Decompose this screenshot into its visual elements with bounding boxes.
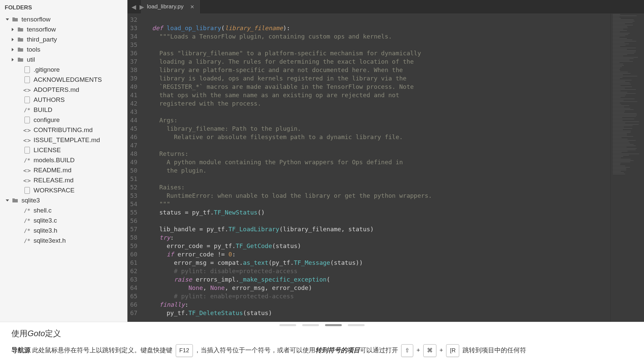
folder-third-party[interactable]: third_party xyxy=(0,35,127,45)
file-icon xyxy=(23,96,31,104)
item-label: util xyxy=(27,56,35,63)
folder-icon xyxy=(17,56,24,63)
folder-tensorflow[interactable]: tensorflow xyxy=(0,14,127,24)
tab-load-library[interactable]: load_library.py × xyxy=(141,0,201,14)
file-workspace[interactable]: WORKSPACE xyxy=(0,185,127,195)
item-label: sqlite3.h xyxy=(34,227,57,234)
key-f12: F12 xyxy=(176,344,193,357)
chevron-down-icon[interactable] xyxy=(5,198,10,203)
file-icon xyxy=(23,76,31,83)
item-label: AUTHORS xyxy=(34,96,65,104)
item-label: ISSUE_TEMPLATE.md xyxy=(34,136,100,144)
close-icon[interactable]: × xyxy=(190,3,194,11)
item-label: LICENSE xyxy=(34,146,61,154)
file-configure[interactable]: configure xyxy=(0,115,127,125)
file-issue-template-md[interactable]: <>ISSUE_TEMPLATE.md xyxy=(0,135,127,145)
tab-bar: load_library.py × xyxy=(127,0,644,13)
bottom-panel: 使用Goto定义 导航源 此处鼠标悬停在符号上以跳转到定义。键盘快捷键 F12，… xyxy=(0,322,644,362)
folder-icon xyxy=(17,26,24,33)
page-indicator xyxy=(279,321,365,326)
file-icon xyxy=(23,187,31,194)
item-label: shell.c xyxy=(34,207,52,214)
item-label: tensorflow xyxy=(21,16,51,23)
folder-icon xyxy=(17,46,24,53)
editor-area: ◀ ▶ load_library.py × 323334353637383940… xyxy=(127,0,644,322)
file-shell-c[interactable]: /*shell.c xyxy=(0,205,127,216)
item-label: third_party xyxy=(27,36,57,43)
folder-icon xyxy=(17,36,24,43)
file-acknowledgments[interactable]: ACKNOWLEDGMENTS xyxy=(0,75,127,85)
folder-sqlite3[interactable]: sqlite3 xyxy=(0,195,127,205)
item-label: tensorflow xyxy=(27,26,56,33)
chevron-right-icon[interactable] xyxy=(10,57,15,62)
help-title: 使用Goto定义 xyxy=(11,328,633,339)
code-icon: /* xyxy=(23,207,31,214)
file-sqlite3-c[interactable]: /*sqlite3.c xyxy=(0,216,127,226)
markdown-icon: <> xyxy=(23,177,31,184)
code-icon: /* xyxy=(23,227,31,234)
code-icon: /* xyxy=(23,106,31,114)
item-label: sqlite3ext.h xyxy=(34,237,66,244)
chevron-right-icon[interactable] xyxy=(10,27,15,32)
markdown-icon: <> xyxy=(23,86,31,94)
minimap[interactable] xyxy=(610,13,644,322)
item-label: sqlite3 xyxy=(21,197,40,204)
code-editor[interactable]: def load_op_library(library_filename): "… xyxy=(142,13,610,322)
markdown-icon: <> xyxy=(23,126,31,134)
code-icon: /* xyxy=(23,217,31,224)
item-label: .gitignore xyxy=(34,66,60,73)
folder-icon xyxy=(11,197,19,204)
tab-label: load_library.py xyxy=(147,3,183,10)
nav-back-icon[interactable]: ◀ xyxy=(130,3,138,11)
item-label: sqlite3.c xyxy=(34,217,57,224)
folder-tools[interactable]: tools xyxy=(0,45,127,55)
code-icon: /* xyxy=(23,237,31,244)
file-license[interactable]: LICENSE xyxy=(0,145,127,155)
folder-icon xyxy=(11,16,19,23)
item-label: BUILD xyxy=(34,106,52,114)
markdown-icon: <> xyxy=(23,167,31,174)
key-cmd: ⌘ xyxy=(423,344,436,357)
line-gutter: 3233343536373839404142434445464748495051… xyxy=(127,13,142,322)
file-authors[interactable]: AUTHORS xyxy=(0,95,127,105)
item-label: ACKNOWLEDGMENTS xyxy=(34,76,102,83)
item-label: models.BUILD xyxy=(34,157,75,164)
sidebar: FOLDERS tensorflowtensorflowthird_partyt… xyxy=(0,0,127,322)
file-sqlite3-h[interactable]: /*sqlite3.h xyxy=(0,226,127,236)
item-label: WORKSPACE xyxy=(34,187,74,194)
file-sqlite3ext-h[interactable]: /*sqlite3ext.h xyxy=(0,236,127,246)
nav-forward-icon[interactable]: ▶ xyxy=(138,3,146,11)
file-adopters-md[interactable]: <>ADOPTERS.md xyxy=(0,85,127,95)
key-r: [R xyxy=(446,344,459,357)
file-icon xyxy=(23,66,31,73)
sidebar-header: FOLDERS xyxy=(0,2,127,14)
chevron-right-icon[interactable] xyxy=(10,37,15,42)
markdown-icon: <> xyxy=(23,136,31,144)
file-models-build[interactable]: /*models.BUILD xyxy=(0,155,127,165)
chevron-down-icon[interactable] xyxy=(5,17,10,22)
folder-tensorflow[interactable]: tensorflow xyxy=(0,24,127,35)
file-contributing-md[interactable]: <>CONTRIBUTING.md xyxy=(0,125,127,135)
code-icon: /* xyxy=(23,157,31,164)
item-label: RELEASE.md xyxy=(34,177,73,184)
item-label: README.md xyxy=(34,167,71,174)
item-label: ADOPTERS.md xyxy=(34,86,79,94)
file-readme-md[interactable]: <>README.md xyxy=(0,165,127,175)
file--gitignore[interactable]: .gitignore xyxy=(0,65,127,75)
item-label: CONTRIBUTING.md xyxy=(34,126,93,134)
folder-util[interactable]: util xyxy=(0,55,127,65)
file-icon xyxy=(23,116,31,124)
file-build[interactable]: /*BUILD xyxy=(0,105,127,115)
key-shift: ⇧ xyxy=(401,344,413,357)
help-text: 导航源 此处鼠标悬停在符号上以跳转到定义。键盘快捷键 F12，当插入符号位于一个… xyxy=(11,344,633,357)
file-release-md[interactable]: <>RELEASE.md xyxy=(0,175,127,185)
item-label: configure xyxy=(34,116,60,124)
item-label: tools xyxy=(27,46,40,53)
file-icon xyxy=(23,146,31,154)
chevron-right-icon[interactable] xyxy=(10,47,15,52)
